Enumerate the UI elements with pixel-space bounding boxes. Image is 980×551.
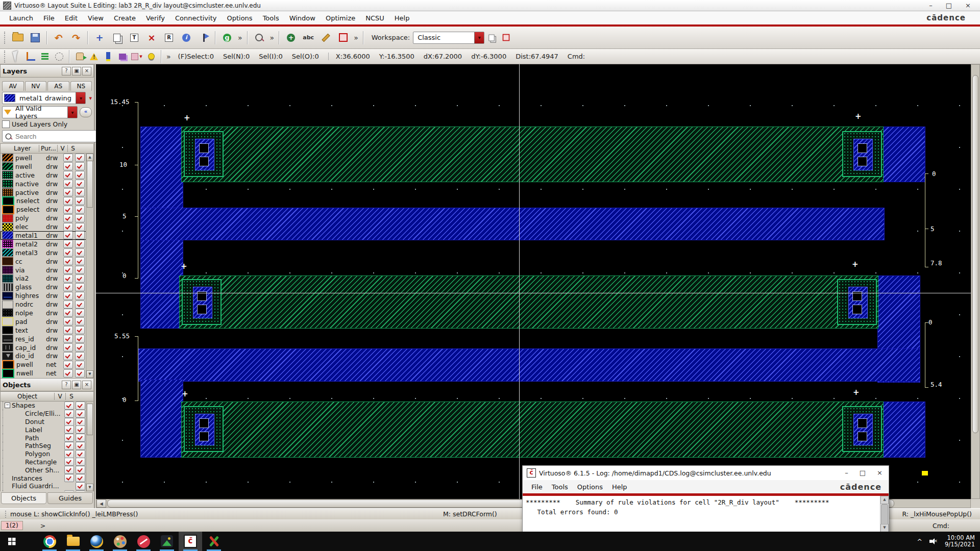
layer-visible-checkbox[interactable]	[63, 248, 73, 257]
object-tree-row[interactable]: − Label	[3, 425, 86, 434]
layer-visible-checkbox[interactable]	[63, 283, 73, 291]
delete-button[interactable]: ×	[143, 30, 160, 46]
object-selectable-checkbox[interactable]	[76, 458, 85, 466]
stop-button[interactable]	[73, 50, 86, 63]
layer-swatch[interactable]	[2, 300, 13, 309]
ruler-button[interactable]	[195, 30, 212, 46]
hints-button[interactable]	[144, 50, 158, 63]
validity-tab[interactable]: AS	[47, 81, 69, 91]
object-selectable-checkbox[interactable]	[76, 450, 85, 458]
toolbar-overflow-chevron[interactable]: »	[236, 34, 244, 42]
layer-selectable-checkbox[interactable]	[75, 257, 85, 265]
scroll-up-icon[interactable]: ▲	[880, 496, 889, 504]
validity-tab[interactable]: NS	[70, 81, 92, 91]
layer-row[interactable]: cc drw	[1, 257, 86, 266]
layers-float-icon[interactable]: ▣	[72, 67, 81, 76]
col-layer[interactable]: Layer	[1, 145, 39, 152]
toolbar-grip[interactable]	[4, 32, 7, 44]
menu-item[interactable]: Connectivity	[170, 13, 222, 23]
layer-swatch[interactable]	[2, 326, 13, 334]
layer-selectable-checkbox[interactable]	[75, 343, 85, 352]
object-visible-checkbox[interactable]	[64, 450, 74, 458]
object-visible-checkbox[interactable]	[64, 466, 74, 474]
layer-selectable-checkbox[interactable]	[75, 274, 85, 283]
vscroll-thumb[interactable]	[972, 75, 978, 433]
drd-enforce-button[interactable]	[87, 50, 101, 63]
layer-row[interactable]: metal3 drw	[1, 248, 86, 257]
layer-swatch[interactable]	[2, 171, 13, 179]
properties-button[interactable]: R	[161, 30, 177, 46]
layer-swatch[interactable]	[2, 309, 13, 317]
taskbar-chrome[interactable]	[38, 532, 61, 551]
layer-row[interactable]: nwell drw	[1, 162, 86, 171]
layer-filter-dropdown-icon[interactable]: ▾	[67, 107, 77, 118]
object-visible-checkbox[interactable]	[64, 402, 74, 410]
object-visible-checkbox[interactable]	[64, 442, 74, 450]
layer-visible-checkbox[interactable]	[63, 231, 73, 239]
scroll-up-icon[interactable]: ▲	[86, 154, 93, 161]
canvas-vscrollbar[interactable]	[971, 64, 980, 499]
layer-visible-checkbox[interactable]	[63, 317, 73, 325]
menu-item[interactable]: Optimize	[321, 13, 360, 23]
metal1-bar-bottom[interactable]	[139, 349, 920, 381]
layer-visible-checkbox[interactable]	[63, 206, 73, 214]
layer-visible-checkbox[interactable]	[63, 326, 73, 334]
label-button[interactable]: abc	[300, 30, 316, 46]
layer-swatch[interactable]	[2, 205, 14, 214]
layer-row[interactable]: glass drw	[1, 283, 86, 291]
layer-selectable-checkbox[interactable]	[75, 283, 85, 291]
layer-row[interactable]: pwell drw	[1, 154, 86, 162]
contact-r3-left[interactable]	[184, 406, 224, 452]
tree-collapse-icon[interactable]: −	[5, 403, 10, 408]
layer-visible-checkbox[interactable]	[63, 257, 73, 265]
menu-item[interactable]: Options	[222, 13, 257, 23]
layer-swatch[interactable]	[2, 266, 13, 274]
redo-button[interactable]: ↷	[68, 30, 84, 46]
col-visible[interactable]: V	[58, 145, 68, 152]
scroll-left-icon[interactable]: ◀	[96, 499, 106, 508]
object-visible-checkbox[interactable]	[64, 458, 74, 466]
objects-help-icon[interactable]: ?	[62, 381, 71, 389]
layer-visible-checkbox[interactable]	[63, 214, 73, 222]
layer-swatch[interactable]	[2, 343, 13, 352]
layer-selectable-checkbox[interactable]	[75, 248, 85, 257]
layers-help-icon[interactable]: ?	[62, 67, 71, 76]
object-tree-row[interactable]: − PathSeg	[3, 442, 86, 450]
search-input[interactable]	[14, 131, 106, 141]
toolbar2-grip[interactable]	[4, 51, 7, 63]
col-selectable[interactable]: S	[68, 145, 78, 152]
hierarchy-button[interactable]	[38, 50, 52, 63]
log-scroll-thumb[interactable]	[881, 504, 888, 525]
log-minimize-icon[interactable]: –	[845, 469, 848, 477]
layer-row[interactable]: active drw	[1, 171, 86, 180]
drd-notify-button[interactable]	[102, 50, 115, 63]
layer-visible-checkbox[interactable]	[63, 292, 73, 300]
object-selectable-checkbox[interactable]	[76, 425, 85, 434]
layer-row[interactable]: pactive drw	[1, 188, 86, 197]
object-selectable-checkbox[interactable]	[76, 434, 85, 442]
object-tree-row[interactable]: − Circle/Elli...	[3, 410, 86, 418]
object-visible-checkbox[interactable]	[64, 434, 74, 442]
layer-swatch[interactable]	[2, 352, 13, 360]
layer-row[interactable]: elec drw	[1, 222, 86, 231]
layer-swatch[interactable]	[2, 369, 14, 378]
object-visible-checkbox[interactable]	[64, 490, 74, 491]
layer-row[interactable]: nwell net	[1, 369, 86, 378]
edit-button[interactable]	[317, 30, 334, 46]
create-inst-button[interactable]: +	[283, 30, 299, 46]
layer-visible-checkbox[interactable]	[63, 361, 73, 369]
objects-close-icon[interactable]: ×	[82, 381, 91, 389]
scrollbar-thumb[interactable]	[87, 404, 93, 435]
col-purpose[interactable]: Pur...	[39, 145, 58, 152]
metal1-bar-top[interactable]	[141, 208, 884, 240]
menu-item[interactable]: Help	[389, 13, 415, 23]
scroll-down-icon[interactable]: ▼	[86, 370, 93, 378]
object-tree-row[interactable]: − Other Sh...	[3, 466, 86, 474]
object-selectable-checkbox[interactable]	[76, 402, 85, 410]
validity-tab[interactable]: AV	[2, 81, 24, 91]
layer-visible-checkbox[interactable]	[63, 352, 73, 360]
active-layer-extra-dropdown-icon[interactable]: ▾	[89, 95, 92, 102]
layer-swatch[interactable]	[2, 257, 13, 265]
object-tree-row[interactable]: − Donut	[3, 418, 86, 426]
object-visible-checkbox[interactable]	[64, 418, 74, 426]
